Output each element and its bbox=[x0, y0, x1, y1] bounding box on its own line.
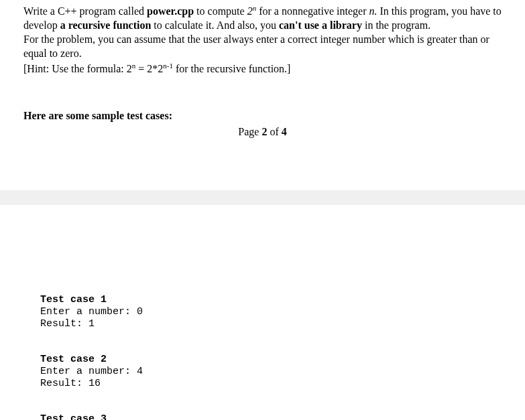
compute-text: to compute bbox=[194, 5, 247, 17]
test-case-2: Test case 2 Enter a number: 4 Result: 16 bbox=[40, 354, 525, 390]
hint-eq: = 2*2 bbox=[135, 63, 163, 74]
filename: power.cpp bbox=[147, 5, 194, 17]
var-n: n. bbox=[369, 5, 377, 17]
page-label-prefix: Page bbox=[238, 126, 261, 137]
page-total: 4 bbox=[282, 126, 287, 137]
tc2-prompt: Enter a number: 4 bbox=[40, 366, 525, 378]
recursive-fn: a recursive function bbox=[60, 19, 152, 31]
intro-paragraph: Write a C++ program called power.cpp to … bbox=[23, 3, 502, 33]
tc2-title: Test case 2 bbox=[40, 354, 525, 366]
cant-lib: can't use a library bbox=[279, 19, 362, 31]
for-text: for a nonnegative integer bbox=[256, 5, 369, 17]
tc1-title: Test case 1 bbox=[40, 294, 525, 306]
page-number: Page 2 of 4 bbox=[23, 126, 502, 138]
tc1-prompt: Enter a number: 0 bbox=[40, 306, 525, 318]
tc3-title: Test case 3 bbox=[40, 413, 525, 420]
tc2-result: Result: 16 bbox=[40, 378, 525, 390]
tc1-result: Result: 1 bbox=[40, 318, 525, 330]
hint-suffix: for the recursive function.] bbox=[173, 63, 290, 74]
page-gap-divider bbox=[0, 190, 525, 205]
test-case-1: Test case 1 Enter a number: 0 Result: 1 bbox=[40, 294, 525, 330]
page-top-section: Write a C++ program called power.cpp to … bbox=[0, 0, 525, 138]
calc-text: to calculate it. And also, you bbox=[151, 19, 279, 31]
hint-base1: 2 bbox=[127, 63, 132, 74]
hint-prefix: [Hint: Use the formula: bbox=[23, 63, 127, 74]
intro-prefix: Write a C++ program called bbox=[23, 5, 147, 17]
assume-paragraph: For the problem, you can assume that the… bbox=[23, 33, 502, 61]
hint-paragraph: [Hint: Use the formula: 2n = 2*2n-1 for … bbox=[23, 61, 502, 76]
testcases-section: Test case 1 Enter a number: 0 Result: 1 … bbox=[0, 205, 525, 420]
expr-base: 2 bbox=[247, 5, 253, 17]
in-program: in the program. bbox=[362, 19, 430, 31]
sample-heading: Here are some sample test cases: bbox=[23, 110, 502, 122]
test-case-3: Test case 3 - We read your program and c… bbox=[40, 413, 525, 420]
hint-exp-nm1: n-1 bbox=[163, 62, 173, 70]
page-of: of bbox=[267, 126, 281, 137]
